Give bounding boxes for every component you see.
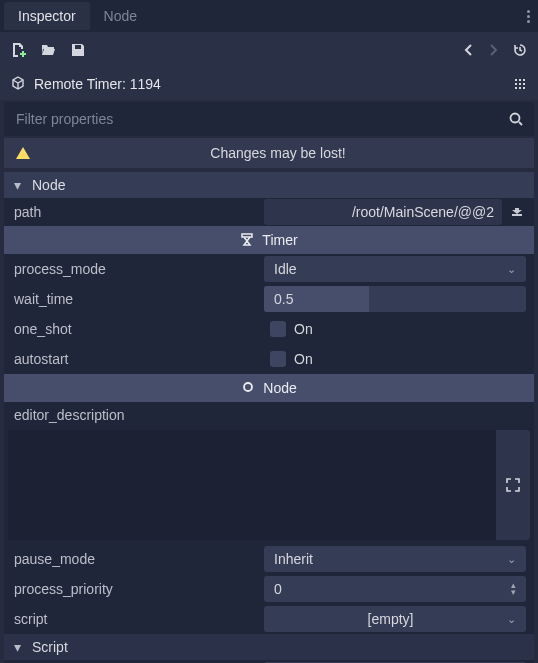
save-resource-icon[interactable]: [70, 42, 86, 58]
spinner-arrows-icon: ▴▾: [511, 582, 516, 596]
history-icon[interactable]: [512, 42, 528, 58]
section-node[interactable]: ▾ Node: [4, 172, 534, 198]
tab-node[interactable]: Node: [90, 2, 151, 30]
chevron-down-icon: ⌄: [507, 553, 516, 566]
history-back-icon[interactable]: [464, 43, 474, 57]
category-node[interactable]: Node: [4, 374, 534, 402]
prop-script-dropdown[interactable]: [empty] ⌄: [264, 606, 526, 632]
section-script[interactable]: ▾ Script: [4, 634, 534, 660]
category-node-label: Node: [263, 380, 296, 396]
warning-icon: [14, 145, 32, 161]
svg-rect-1: [242, 234, 252, 237]
prop-process-priority-label: process_priority: [4, 581, 264, 597]
svg-point-0: [511, 114, 520, 123]
prop-autostart-label: autostart: [4, 351, 264, 367]
chevron-down-icon: ▾: [14, 177, 28, 193]
new-resource-icon[interactable]: [10, 42, 26, 58]
chevron-down-icon: ⌄: [507, 263, 516, 276]
category-timer[interactable]: Timer: [4, 226, 534, 254]
prop-one-shot-checkbox[interactable]: [270, 321, 286, 337]
expand-icon[interactable]: [496, 430, 530, 540]
object-name: Remote Timer: 1194: [34, 76, 161, 92]
prop-one-shot-text: On: [294, 321, 313, 337]
chevron-down-icon: ⌄: [507, 613, 516, 626]
prop-script-label: script: [4, 611, 264, 627]
timer-icon: [240, 232, 254, 249]
prop-wait-time-input[interactable]: 0.5: [264, 286, 526, 312]
prop-pause-mode-dropdown[interactable]: Inherit ⌄: [264, 546, 526, 572]
prop-autostart-checkbox[interactable]: [270, 351, 286, 367]
chevron-down-icon: ▾: [14, 639, 28, 655]
prop-path-value[interactable]: /root/MainScene/@@2: [264, 199, 502, 225]
prop-editor-description-label: editor_description: [4, 407, 264, 423]
panel-menu-button[interactable]: [518, 10, 538, 23]
search-icon[interactable]: [508, 111, 524, 127]
prop-editor-description-input[interactable]: [8, 430, 496, 540]
prop-process-priority-input[interactable]: 0 ▴▾: [264, 576, 526, 602]
svg-point-2: [244, 383, 252, 391]
assign-path-icon[interactable]: [506, 205, 528, 219]
prop-autostart-text: On: [294, 351, 313, 367]
prop-process-mode-dropdown[interactable]: Idle ⌄: [264, 256, 526, 282]
prop-wait-time-label: wait_time: [4, 291, 264, 307]
tab-inspector[interactable]: Inspector: [4, 2, 90, 30]
prop-one-shot-label: one_shot: [4, 321, 264, 337]
category-timer-label: Timer: [262, 232, 297, 248]
prop-process-mode-label: process_mode: [4, 261, 264, 277]
object-properties-icon[interactable]: [512, 76, 528, 92]
open-resource-icon[interactable]: [40, 42, 56, 58]
node-type-icon: [10, 75, 26, 94]
filter-properties-input[interactable]: [8, 111, 508, 127]
prop-path-label: path: [4, 204, 264, 220]
prop-pause-mode-label: pause_mode: [4, 551, 264, 567]
warning-text: Changes may be lost!: [32, 145, 524, 161]
node-dot-icon: [241, 380, 255, 397]
history-forward-icon[interactable]: [488, 43, 498, 57]
